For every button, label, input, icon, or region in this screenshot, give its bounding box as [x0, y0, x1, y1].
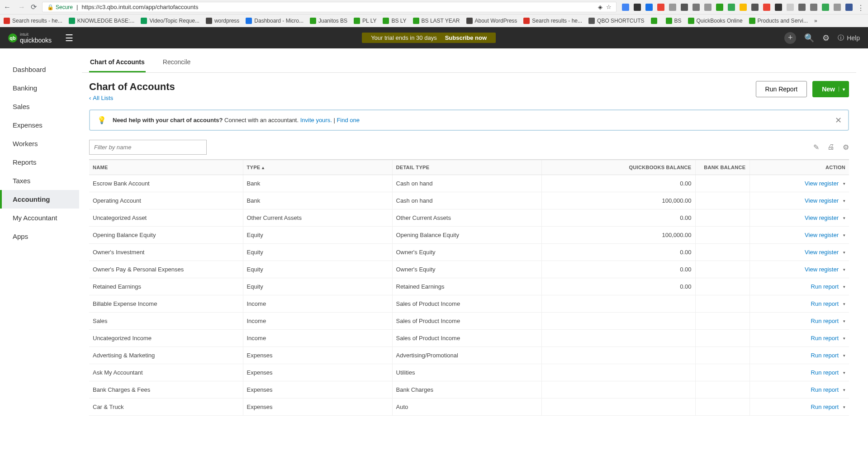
gear-icon[interactable]: ⚙ [822, 33, 830, 43]
bookmark-icon [383, 18, 389, 24]
row-action-link[interactable]: Run report [811, 335, 845, 342]
cell-name: Owner's Pay & Personal Expenses [89, 261, 243, 278]
col-action[interactable]: ACTION [749, 160, 849, 175]
ext-icon[interactable] [834, 4, 841, 11]
sidebar-item-banking[interactable]: Banking [0, 79, 79, 97]
cell-type: Expenses [243, 347, 392, 364]
bookmarks-overflow-icon[interactable]: » [814, 18, 817, 24]
create-icon[interactable]: + [784, 32, 796, 44]
col-detail[interactable]: DETAIL TYPE [392, 160, 541, 175]
row-action-link[interactable]: View register [805, 249, 845, 256]
ext-icon[interactable] [681, 4, 688, 11]
invite-link[interactable]: Invite yours. [300, 117, 332, 123]
col-bank-balance[interactable]: BANK BALANCE [695, 160, 749, 175]
ext-icon[interactable] [669, 4, 676, 11]
ext-icon[interactable] [822, 4, 829, 11]
ext-icon[interactable] [751, 4, 759, 11]
print-icon[interactable]: 🖨 [827, 143, 835, 152]
ext-icon[interactable] [845, 4, 853, 11]
row-action-link[interactable]: View register [805, 180, 845, 187]
ext-icon[interactable] [645, 4, 653, 11]
row-action-link[interactable]: Run report [811, 300, 845, 307]
ext-icon[interactable] [787, 4, 794, 11]
bookmark-item[interactable]: Juanitos BS [310, 18, 347, 24]
ext-icon[interactable] [622, 4, 629, 11]
row-action-link[interactable]: Run report [811, 318, 845, 324]
sidebar-item-taxes[interactable]: Taxes [0, 171, 79, 190]
table-row: Owner's Pay & Personal Expenses Equity O… [89, 261, 849, 278]
hamburger-icon[interactable]: ☰ [65, 33, 73, 43]
ext-icon[interactable] [657, 4, 664, 11]
sidebar-item-my-accountant[interactable]: My Accountant [0, 209, 79, 227]
run-report-button[interactable]: Run Report [756, 81, 807, 97]
bookmark-item[interactable] [651, 18, 659, 24]
sidebar-item-dashboard[interactable]: Dashboard [0, 60, 79, 79]
col-name[interactable]: NAME [89, 160, 243, 175]
bookmark-item[interactable]: wordpress [206, 18, 239, 24]
bookmark-item[interactable]: Search results - he... [4, 18, 62, 24]
col-qb-balance[interactable]: QUICKBOOKS BALANCE [541, 160, 695, 175]
ext-icon[interactable] [716, 4, 723, 11]
bookmark-item[interactable]: KNOWLEDGE BASE:... [69, 18, 135, 24]
star-icon[interactable]: ☆ [606, 4, 612, 10]
row-action-link[interactable]: Run report [811, 404, 845, 410]
bookmark-item[interactable]: PL LY [354, 18, 376, 24]
pencil-icon[interactable]: ✎ [813, 143, 819, 152]
tab-reconcile[interactable]: Reconcile [162, 54, 191, 72]
ext-icon[interactable] [693, 4, 700, 11]
bookmark-item[interactable]: Dashboard - Micro... [246, 18, 304, 24]
sidebar-item-reports[interactable]: Reports [0, 153, 79, 171]
search-icon[interactable]: 🔍 [804, 33, 814, 43]
new-button[interactable]: New [812, 81, 849, 97]
bookmark-item[interactable]: QuickBooks Online [688, 18, 743, 24]
row-action-link[interactable]: View register [805, 197, 845, 204]
ext-icon[interactable] [775, 4, 782, 11]
breadcrumb[interactable]: ‹ All Lists [89, 95, 175, 101]
url-bar[interactable]: 🔒 Secure | https://c3.qbo.intuit.com/app… [42, 2, 617, 12]
sidebar-item-sales[interactable]: Sales [0, 97, 79, 116]
row-action-link[interactable]: Run report [811, 369, 845, 376]
ext-icon[interactable] [740, 4, 747, 11]
row-action-link[interactable]: View register [805, 232, 845, 238]
settings-icon[interactable]: ⚙ [843, 143, 849, 152]
bookmark-item[interactable]: BS [666, 18, 682, 24]
bookmark-icon [651, 18, 657, 24]
bookmark-item[interactable]: BS LAST YEAR [413, 18, 460, 24]
sidebar-item-apps[interactable]: Apps [0, 227, 79, 246]
reload-icon[interactable]: ⟳ [31, 3, 37, 11]
bookmark-item[interactable]: About WordPress [466, 18, 517, 24]
row-action-link[interactable]: Run report [811, 352, 845, 359]
row-action-link[interactable]: View register [805, 214, 845, 221]
find-link[interactable]: Find one [337, 117, 360, 123]
sidebar-item-expenses[interactable]: Expenses [0, 116, 79, 134]
ext-icon[interactable] [634, 4, 641, 11]
bookmark-item[interactable]: Products and Servi... [749, 18, 808, 24]
bookmark-item[interactable]: Video/Topic Reque... [141, 18, 199, 24]
bookmark-item[interactable]: QBO SHORTCUTS [588, 18, 644, 24]
close-icon[interactable]: ✕ [835, 115, 842, 125]
row-action-link[interactable]: Run report [811, 386, 845, 393]
ext-icon[interactable] [810, 4, 817, 11]
subscribe-link[interactable]: Subscribe now [445, 34, 487, 41]
filter-input[interactable] [89, 140, 207, 155]
col-type[interactable]: TYPE [243, 160, 392, 175]
bookmark-item[interactable]: Search results - he... [523, 18, 582, 24]
ext-icon[interactable] [798, 4, 806, 11]
row-action-link[interactable]: Run report [811, 283, 845, 290]
ext-icon[interactable] [704, 4, 711, 11]
cell-bank-balance [695, 192, 749, 209]
tab-chart-of-accounts[interactable]: Chart of Accounts [89, 54, 146, 72]
cell-qb-balance: 100,000.00 [541, 227, 695, 244]
ext-icon[interactable] [763, 4, 770, 11]
page-header: Chart of Accounts ‹ All Lists Run Report… [82, 73, 856, 105]
ext-icon[interactable] [728, 4, 735, 11]
menu-icon[interactable]: ⋮ [857, 4, 864, 11]
sidebar-item-workers[interactable]: Workers [0, 134, 79, 153]
qb-logo[interactable]: qb intuitquickbooks [8, 32, 52, 44]
sidebar-item-accounting[interactable]: Accounting [0, 190, 79, 209]
help-link[interactable]: ⓘ Help [838, 34, 860, 42]
translate-icon[interactable]: ◈ [598, 4, 602, 10]
bookmark-item[interactable]: BS LY [383, 18, 406, 24]
back-icon[interactable]: ← [4, 3, 11, 11]
row-action-link[interactable]: View register [805, 266, 845, 273]
